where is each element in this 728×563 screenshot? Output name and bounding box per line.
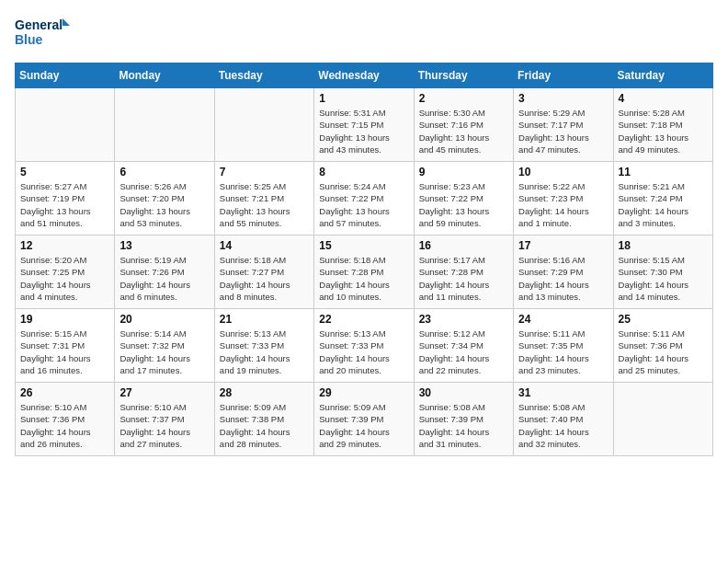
weekday-header-thursday: Thursday (414, 63, 513, 88)
day-info: Sunrise: 5:11 AM Sunset: 7:36 PM Dayligh… (619, 327, 708, 376)
day-number: 21 (220, 313, 309, 326)
weekday-header-wednesday: Wednesday (314, 63, 414, 88)
calendar-week-row: 5Sunrise: 5:27 AM Sunset: 7:19 PM Daylig… (16, 162, 713, 236)
calendar-cell: 11Sunrise: 5:21 AM Sunset: 7:24 PM Dayli… (613, 162, 712, 236)
day-number: 20 (119, 313, 209, 326)
day-info: Sunrise: 5:11 AM Sunset: 7:35 PM Dayligh… (518, 327, 608, 376)
day-number: 24 (518, 313, 608, 326)
weekday-header-monday: Monday (115, 63, 214, 88)
day-number: 28 (220, 386, 309, 399)
calendar-cell: 6Sunrise: 5:26 AM Sunset: 7:20 PM Daylig… (115, 162, 214, 236)
day-info: Sunrise: 5:13 AM Sunset: 7:33 PM Dayligh… (220, 327, 309, 376)
day-number: 2 (419, 92, 508, 105)
day-info: Sunrise: 5:17 AM Sunset: 7:28 PM Dayligh… (419, 254, 508, 303)
calendar-cell: 8Sunrise: 5:24 AM Sunset: 7:22 PM Daylig… (314, 162, 414, 236)
page-header: General Blue (15, 15, 713, 52)
day-info: Sunrise: 5:15 AM Sunset: 7:31 PM Dayligh… (20, 327, 109, 376)
day-number: 4 (619, 92, 708, 105)
weekday-header-friday: Friday (514, 63, 613, 88)
day-info: Sunrise: 5:21 AM Sunset: 7:24 PM Dayligh… (619, 180, 708, 229)
day-info: Sunrise: 5:18 AM Sunset: 7:27 PM Dayligh… (220, 254, 309, 303)
day-info: Sunrise: 5:30 AM Sunset: 7:16 PM Dayligh… (419, 107, 508, 155)
day-info: Sunrise: 5:19 AM Sunset: 7:26 PM Dayligh… (119, 254, 209, 303)
weekday-header-sunday: Sunday (16, 63, 115, 88)
weekday-header-row: SundayMondayTuesdayWednesdayThursdayFrid… (16, 63, 713, 88)
day-number: 31 (518, 386, 608, 399)
day-number: 11 (619, 166, 708, 178)
day-number: 27 (119, 386, 209, 399)
calendar-cell: 10Sunrise: 5:22 AM Sunset: 7:23 PM Dayli… (514, 162, 613, 236)
calendar-cell: 5Sunrise: 5:27 AM Sunset: 7:19 PM Daylig… (16, 162, 115, 236)
day-info: Sunrise: 5:15 AM Sunset: 7:30 PM Dayligh… (619, 254, 708, 303)
calendar-cell (16, 88, 115, 162)
day-number: 3 (518, 92, 608, 105)
svg-marker-2 (63, 18, 70, 26)
day-number: 10 (518, 166, 608, 178)
calendar-cell: 25Sunrise: 5:11 AM Sunset: 7:36 PM Dayli… (613, 309, 712, 383)
calendar-cell: 19Sunrise: 5:15 AM Sunset: 7:31 PM Dayli… (16, 309, 115, 383)
calendar-cell: 29Sunrise: 5:09 AM Sunset: 7:39 PM Dayli… (314, 383, 414, 456)
calendar-cell: 31Sunrise: 5:08 AM Sunset: 7:40 PM Dayli… (514, 383, 613, 456)
day-info: Sunrise: 5:09 AM Sunset: 7:39 PM Dayligh… (319, 401, 408, 450)
calendar-cell: 14Sunrise: 5:18 AM Sunset: 7:27 PM Dayli… (214, 236, 313, 309)
calendar-table: SundayMondayTuesdayWednesdayThursdayFrid… (15, 63, 713, 456)
calendar-cell: 15Sunrise: 5:18 AM Sunset: 7:28 PM Dayli… (314, 236, 414, 309)
calendar-cell: 16Sunrise: 5:17 AM Sunset: 7:28 PM Dayli… (414, 236, 513, 309)
day-number: 30 (419, 386, 508, 399)
day-number: 25 (619, 313, 708, 326)
calendar-cell: 23Sunrise: 5:12 AM Sunset: 7:34 PM Dayli… (414, 309, 513, 383)
day-number: 22 (319, 313, 408, 326)
logo: General Blue (15, 15, 70, 52)
day-number: 6 (119, 166, 209, 178)
weekday-header-saturday: Saturday (613, 63, 712, 88)
day-info: Sunrise: 5:10 AM Sunset: 7:37 PM Dayligh… (119, 401, 209, 450)
day-number: 7 (220, 166, 309, 178)
calendar-cell: 28Sunrise: 5:09 AM Sunset: 7:38 PM Dayli… (214, 383, 313, 456)
day-number: 16 (419, 239, 508, 252)
day-number: 9 (419, 166, 508, 178)
calendar-cell: 21Sunrise: 5:13 AM Sunset: 7:33 PM Dayli… (214, 309, 313, 383)
calendar-cell: 1Sunrise: 5:31 AM Sunset: 7:15 PM Daylig… (314, 88, 414, 162)
day-info: Sunrise: 5:23 AM Sunset: 7:22 PM Dayligh… (419, 180, 508, 229)
logo-svg: General Blue (15, 15, 70, 52)
calendar-cell (115, 88, 214, 162)
calendar-cell (613, 383, 712, 456)
calendar-cell: 22Sunrise: 5:13 AM Sunset: 7:33 PM Dayli… (314, 309, 414, 383)
day-number: 18 (619, 239, 708, 252)
day-info: Sunrise: 5:18 AM Sunset: 7:28 PM Dayligh… (319, 254, 408, 303)
calendar-cell (214, 88, 313, 162)
calendar-cell: 24Sunrise: 5:11 AM Sunset: 7:35 PM Dayli… (514, 309, 613, 383)
calendar-cell: 30Sunrise: 5:08 AM Sunset: 7:39 PM Dayli… (414, 383, 513, 456)
day-info: Sunrise: 5:24 AM Sunset: 7:22 PM Dayligh… (319, 180, 408, 229)
day-number: 13 (119, 239, 209, 252)
calendar-cell: 9Sunrise: 5:23 AM Sunset: 7:22 PM Daylig… (414, 162, 513, 236)
day-info: Sunrise: 5:16 AM Sunset: 7:29 PM Dayligh… (518, 254, 608, 303)
day-number: 1 (319, 92, 408, 105)
calendar-cell: 17Sunrise: 5:16 AM Sunset: 7:29 PM Dayli… (514, 236, 613, 309)
day-info: Sunrise: 5:12 AM Sunset: 7:34 PM Dayligh… (419, 327, 508, 376)
day-info: Sunrise: 5:25 AM Sunset: 7:21 PM Dayligh… (220, 180, 309, 229)
day-info: Sunrise: 5:20 AM Sunset: 7:25 PM Dayligh… (20, 254, 109, 303)
calendar-cell: 26Sunrise: 5:10 AM Sunset: 7:36 PM Dayli… (16, 383, 115, 456)
day-info: Sunrise: 5:08 AM Sunset: 7:39 PM Dayligh… (419, 401, 508, 450)
calendar-cell: 3Sunrise: 5:29 AM Sunset: 7:17 PM Daylig… (514, 88, 613, 162)
calendar-cell: 20Sunrise: 5:14 AM Sunset: 7:32 PM Dayli… (115, 309, 214, 383)
day-info: Sunrise: 5:31 AM Sunset: 7:15 PM Dayligh… (319, 107, 408, 155)
calendar-cell: 2Sunrise: 5:30 AM Sunset: 7:16 PM Daylig… (414, 88, 513, 162)
svg-text:Blue: Blue (15, 32, 43, 47)
calendar-cell: 13Sunrise: 5:19 AM Sunset: 7:26 PM Dayli… (115, 236, 214, 309)
calendar-cell: 7Sunrise: 5:25 AM Sunset: 7:21 PM Daylig… (214, 162, 313, 236)
day-info: Sunrise: 5:26 AM Sunset: 7:20 PM Dayligh… (119, 180, 209, 229)
day-info: Sunrise: 5:22 AM Sunset: 7:23 PM Dayligh… (518, 180, 608, 229)
day-info: Sunrise: 5:10 AM Sunset: 7:36 PM Dayligh… (20, 401, 109, 450)
day-info: Sunrise: 5:08 AM Sunset: 7:40 PM Dayligh… (518, 401, 608, 450)
svg-text:General: General (15, 17, 63, 32)
day-number: 17 (518, 239, 608, 252)
day-number: 15 (319, 239, 408, 252)
day-number: 29 (319, 386, 408, 399)
day-number: 8 (319, 166, 408, 178)
calendar-cell: 27Sunrise: 5:10 AM Sunset: 7:37 PM Dayli… (115, 383, 214, 456)
weekday-header-tuesday: Tuesday (214, 63, 313, 88)
calendar-week-row: 26Sunrise: 5:10 AM Sunset: 7:36 PM Dayli… (16, 383, 713, 456)
day-info: Sunrise: 5:28 AM Sunset: 7:18 PM Dayligh… (619, 107, 708, 155)
